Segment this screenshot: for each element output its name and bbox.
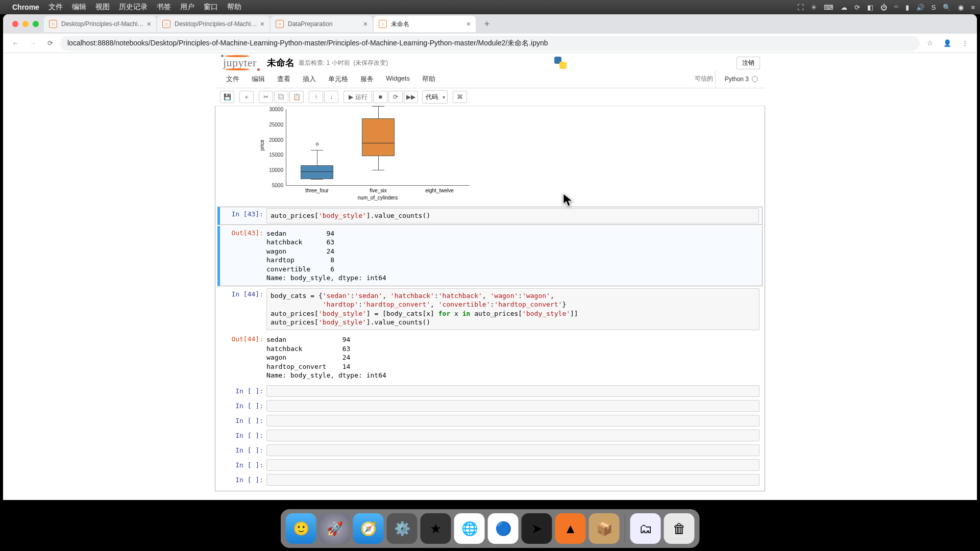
menubar-item[interactable]: 用户 bbox=[180, 3, 194, 12]
status-icon[interactable]: ✳ bbox=[811, 4, 817, 11]
dock-app-icon[interactable]: 🔵 bbox=[488, 513, 519, 544]
restart-run-all-button[interactable]: ▶▶ bbox=[404, 91, 418, 103]
bookmark-star-icon[interactable]: ☆ bbox=[923, 36, 937, 51]
menu-widgets[interactable]: Widgets bbox=[380, 70, 416, 88]
new-tab-button[interactable]: + bbox=[480, 17, 494, 31]
status-icon[interactable]: ⛶ bbox=[797, 4, 804, 11]
profile-avatar-icon[interactable]: 👤 bbox=[940, 36, 954, 51]
close-window-button[interactable] bbox=[12, 21, 18, 27]
notebook-cell-empty[interactable]: In [ ]: bbox=[217, 429, 763, 442]
close-tab-icon[interactable]: × bbox=[467, 20, 471, 28]
jupyter-logo[interactable]: jupyter bbox=[220, 56, 260, 69]
zoom-window-button[interactable] bbox=[33, 21, 39, 27]
menu-help[interactable]: 帮助 bbox=[416, 70, 442, 88]
code-input[interactable] bbox=[266, 444, 760, 456]
dock-terminal-icon[interactable]: ➤ bbox=[522, 513, 552, 544]
code-input[interactable] bbox=[266, 385, 760, 397]
cut-cell-button[interactable]: ✂ bbox=[259, 91, 273, 103]
copy-cell-button[interactable]: ⿻ bbox=[274, 91, 288, 103]
menu-insert[interactable]: 插入 bbox=[297, 70, 322, 88]
restart-kernel-button[interactable]: ⟳ bbox=[388, 91, 403, 103]
menubar-item[interactable]: 文件 bbox=[48, 3, 63, 12]
notebook-cell-empty[interactable]: In [ ]: bbox=[217, 458, 763, 472]
close-tab-icon[interactable]: × bbox=[260, 20, 264, 28]
browser-tab[interactable]: ○ Desktop/Principles-of-Machine × bbox=[157, 16, 270, 32]
notebook-cell-empty[interactable]: In [ ]: bbox=[217, 473, 763, 487]
back-button[interactable]: ← bbox=[8, 36, 22, 51]
dock-finder-icon[interactable]: 🙂 bbox=[286, 513, 316, 544]
notebook-cell-empty[interactable]: In [ ]: bbox=[217, 399, 763, 413]
notebook-cell[interactable]: In [43]: auto_prices['body_style'].value… bbox=[217, 207, 763, 225]
browser-tab[interactable]: ○ DataPreparation × bbox=[271, 16, 373, 32]
notebook-title[interactable]: 未命名 bbox=[267, 57, 295, 69]
menubar-item[interactable]: 编辑 bbox=[72, 3, 86, 12]
address-bar[interactable]: localhost:8888/notebooks/Desktop/Princip… bbox=[60, 36, 920, 51]
trusted-indicator[interactable]: 可信的 bbox=[693, 70, 715, 88]
code-input[interactable] bbox=[266, 400, 760, 412]
in-prompt: In [44]: bbox=[220, 288, 266, 330]
code-input[interactable] bbox=[266, 459, 760, 471]
status-icon[interactable]: ⏻ bbox=[880, 4, 887, 11]
move-cell-up-button[interactable]: ↑ bbox=[309, 91, 323, 103]
minimize-window-button[interactable] bbox=[22, 21, 29, 27]
spotlight-icon[interactable]: 🔍 bbox=[943, 4, 951, 11]
notebook-cell[interactable]: In [44]: body_cats = {'sedan':'sedan', '… bbox=[217, 287, 763, 331]
dock-launchpad-icon[interactable]: 🚀 bbox=[320, 513, 350, 544]
command-palette-button[interactable]: ⌘ bbox=[453, 91, 467, 103]
dock-imovie-icon[interactable]: ★ bbox=[421, 513, 451, 544]
notebook-cell-empty[interactable]: In [ ]: bbox=[217, 443, 763, 457]
menubar-app[interactable]: Chrome bbox=[12, 3, 39, 11]
run-cell-button[interactable]: ▶ 运行 bbox=[344, 91, 372, 103]
dock-folder-icon[interactable]: 🗂 bbox=[630, 513, 661, 544]
wifi-icon[interactable]: ⌔ bbox=[894, 4, 898, 11]
status-icon[interactable]: S bbox=[932, 4, 936, 11]
volume-icon[interactable]: 🔊 bbox=[916, 4, 924, 11]
dock-chrome-icon[interactable]: 🌐 bbox=[454, 513, 485, 544]
notebook-cell-empty[interactable]: In [ ]: bbox=[217, 384, 763, 398]
menu-kernel[interactable]: 服务 bbox=[354, 70, 380, 88]
code-input[interactable] bbox=[266, 430, 760, 441]
reload-button[interactable]: ⟳ bbox=[43, 36, 57, 51]
paste-cell-button[interactable]: 📋 bbox=[289, 91, 304, 103]
dock-settings-icon[interactable]: ⚙️ bbox=[387, 513, 418, 544]
dock-safari-icon[interactable]: 🧭 bbox=[353, 513, 384, 544]
menubar-item[interactable]: 窗口 bbox=[204, 3, 218, 12]
code-input[interactable] bbox=[266, 474, 760, 486]
dock-app-icon[interactable]: 📦 bbox=[589, 513, 620, 544]
browser-tab[interactable]: ○ Desktop/Principles-of-Machine × bbox=[44, 16, 156, 32]
menu-file[interactable]: 文件 bbox=[220, 70, 246, 88]
notifications-icon[interactable]: ≡ bbox=[971, 4, 975, 11]
window-controls bbox=[7, 21, 44, 27]
insert-cell-button[interactable]: ＋ bbox=[239, 91, 254, 103]
dock-vlc-icon[interactable]: ▲ bbox=[555, 513, 586, 544]
status-icon[interactable]: ⟳ bbox=[854, 4, 860, 11]
menu-edit[interactable]: 编辑 bbox=[246, 70, 271, 88]
status-icon[interactable]: ◧ bbox=[867, 4, 873, 11]
dock-trash-icon[interactable]: 🗑 bbox=[664, 513, 695, 544]
forward-button[interactable]: → bbox=[26, 36, 40, 51]
menubar-item[interactable]: 视图 bbox=[95, 3, 110, 12]
code-input[interactable] bbox=[266, 415, 760, 427]
close-tab-icon[interactable]: × bbox=[147, 20, 151, 28]
code-input[interactable]: body_cats = {'sedan':'sedan', 'hatchback… bbox=[266, 288, 760, 330]
save-button[interactable]: 💾 bbox=[220, 91, 234, 103]
menu-cell[interactable]: 单元格 bbox=[322, 70, 354, 88]
cell-type-select[interactable]: 代码 bbox=[422, 90, 448, 104]
siri-icon[interactable]: ◉ bbox=[958, 4, 964, 11]
move-cell-down-button[interactable]: ↓ bbox=[324, 91, 338, 103]
menubar-item[interactable]: 书签 bbox=[157, 3, 171, 12]
close-tab-icon[interactable]: × bbox=[363, 20, 368, 28]
menubar-item[interactable]: 帮助 bbox=[227, 3, 241, 12]
menubar-item[interactable]: 历史记录 bbox=[119, 3, 148, 12]
chrome-menu-icon[interactable]: ⋮ bbox=[958, 36, 972, 51]
menu-view[interactable]: 查看 bbox=[271, 70, 297, 88]
battery-icon[interactable]: ▮ bbox=[905, 4, 909, 11]
status-icon[interactable]: ⌨ bbox=[824, 4, 834, 11]
notebook-cell-empty[interactable]: In [ ]: bbox=[217, 414, 763, 428]
code-input[interactable]: auto_prices['body_style'].value_counts() bbox=[266, 208, 759, 223]
logout-button[interactable]: 注销 bbox=[737, 57, 760, 69]
browser-tab-active[interactable]: ○ 未命名 × bbox=[374, 16, 476, 32]
interrupt-kernel-button[interactable]: ■ bbox=[373, 91, 387, 103]
kernel-indicator[interactable]: Python 3 bbox=[715, 70, 760, 88]
status-icon[interactable]: ☁ bbox=[841, 4, 847, 11]
